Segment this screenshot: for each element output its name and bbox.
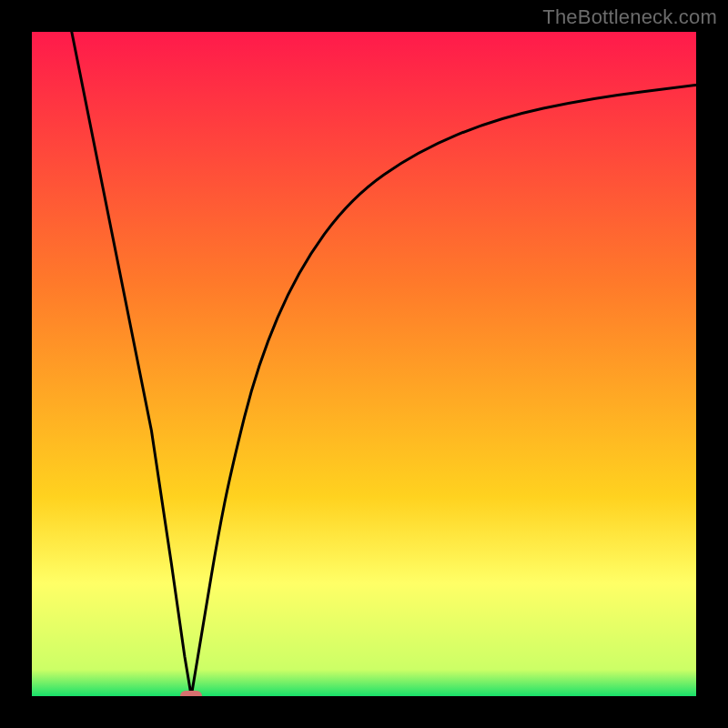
background-gradient [32,32,696,696]
chart-frame: TheBottleneck.com [0,0,728,728]
watermark-text: TheBottleneck.com [542,5,717,29]
plot-area [32,32,696,696]
svg-rect-0 [32,32,696,696]
minimum-marker [180,691,202,696]
